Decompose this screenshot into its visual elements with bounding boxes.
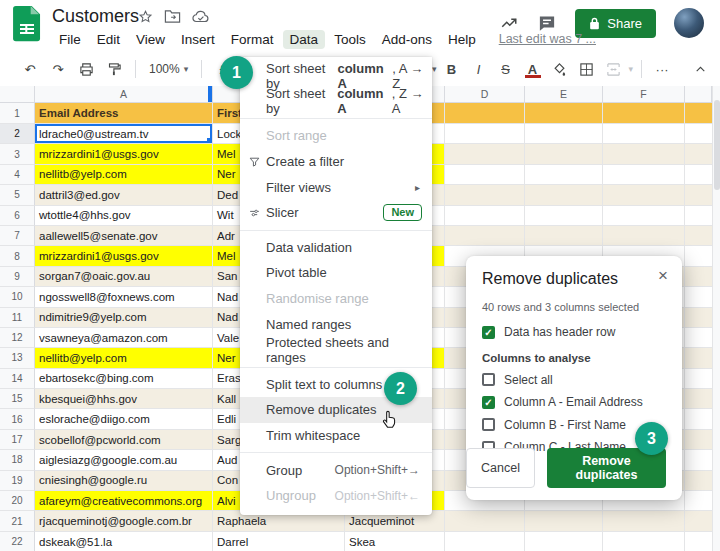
row-number[interactable]: 2 [0,124,35,144]
menu-insert[interactable]: Insert [174,30,222,49]
menu-item-group[interactable]: GroupOption+Shift+→ [240,457,432,483]
row-number[interactable]: 14 [0,369,35,389]
cell[interactable] [685,124,712,144]
cell[interactable] [445,124,525,144]
cell[interactable] [603,511,685,531]
chevron-down-icon[interactable]: ▾ [432,64,437,74]
cell[interactable] [603,103,685,124]
paint-format-button[interactable] [102,57,126,81]
bold-button[interactable]: B [440,57,464,81]
menu-item-pivot-table[interactable]: Pivot table [240,260,432,286]
cell-email[interactable]: aiglesiazg@google.com.au [35,450,213,470]
cell[interactable] [603,144,685,164]
document-title[interactable]: Customers [52,6,139,27]
cell[interactable] [525,144,603,164]
option-column-a-email-address[interactable]: ✓Column A - Email Address [482,395,666,409]
cell-first-name[interactable]: Darrel [213,532,345,551]
cell[interactable] [603,124,685,144]
merge-cells-button[interactable] [602,57,626,81]
cell-email[interactable]: afareym@creativecommons.org [35,491,213,511]
cell[interactable] [685,450,712,470]
cell-last-name[interactable]: Skea [345,532,445,551]
row-number[interactable]: 15 [0,389,35,409]
cell-email[interactable]: ldrache0@ustream.tv [35,124,213,144]
column-header-F[interactable]: F [603,86,685,103]
checkbox-unchecked-icon[interactable] [482,373,495,386]
zoom-select[interactable]: 100% ▾ [145,62,192,76]
checkbox-unchecked-icon[interactable] [482,418,495,431]
cell[interactable] [685,409,712,429]
cell[interactable] [525,165,603,185]
header-cell-email[interactable]: Email Address [35,103,213,124]
cell-email[interactable]: cniesingh@google.ru [35,471,213,491]
cell[interactable] [525,103,603,124]
undo-button[interactable]: ↶ [18,57,42,81]
cell[interactable] [685,144,712,164]
cell[interactable] [525,532,603,551]
menu-addons[interactable]: Add-ons [375,30,439,49]
row-number[interactable]: 4 [0,165,35,185]
cell-email[interactable]: nellitb@yelp.com [35,348,213,368]
menu-item-protected-sheets-and-ranges[interactable]: Protected sheets and ranges [240,337,432,363]
cell[interactable] [603,532,685,551]
cell-email[interactable]: ngosswell8@foxnews.com [35,287,213,307]
cell-email[interactable]: ebartosekc@bing.com [35,369,213,389]
cell[interactable] [445,206,525,226]
cell-email[interactable]: kbesquei@hhs.gov [35,389,213,409]
checkbox-checked-icon[interactable]: ✓ [482,396,495,409]
menu-item-filter-views[interactable]: Filter views▸ [240,174,432,200]
cell[interactable] [445,185,525,205]
row-number[interactable]: 8 [0,246,35,266]
cell[interactable] [685,532,712,551]
cell[interactable] [685,308,712,328]
last-edit-link[interactable]: Last edit was 7 ... [499,32,596,46]
redo-button[interactable]: ↷ [46,57,70,81]
column-header-partial[interactable] [685,86,712,103]
cell[interactable] [685,103,712,124]
cell[interactable] [685,369,712,389]
cell[interactable] [685,471,712,491]
menu-tools[interactable]: Tools [327,30,373,49]
vertical-scrollbar[interactable] [712,86,720,551]
cell-email[interactable]: vsawneya@amazon.com [35,328,213,348]
cell[interactable] [445,144,525,164]
row-number[interactable]: 18 [0,450,35,470]
row-number[interactable]: 11 [0,308,35,328]
cell-email[interactable]: dattril3@ed.gov [35,185,213,205]
menu-item-create-a-filter[interactable]: Create a filter [240,149,432,175]
cell[interactable] [685,287,712,307]
menu-view[interactable]: View [129,30,172,49]
cell[interactable] [685,165,712,185]
menu-item-data-validation[interactable]: Data validation [240,235,432,261]
menu-file[interactable]: File [52,30,88,49]
print-button[interactable] [74,57,98,81]
cell[interactable] [525,206,603,226]
borders-button[interactable] [575,57,599,81]
row-number[interactable]: 10 [0,287,35,307]
row-number[interactable]: 5 [0,185,35,205]
column-header-D[interactable]: D [445,86,525,103]
sheets-logo-icon[interactable] [13,6,41,44]
cell-email[interactable]: mrizzardini1@usgs.gov [35,246,213,266]
menu-data[interactable]: Data [283,30,326,49]
cell[interactable] [445,226,525,246]
row-number[interactable]: 6 [0,206,35,226]
cell[interactable] [685,328,712,348]
checkbox-checked-icon[interactable]: ✓ [482,326,495,339]
menu-item-trim-whitespace[interactable]: Trim whitespace [240,423,432,449]
row-number[interactable]: 16 [0,409,35,429]
cell-email[interactable]: eslorache@diigo.com [35,409,213,429]
cell[interactable] [445,103,525,124]
cell[interactable] [685,491,712,511]
menu-item-sort-sheet-by-column-a[interactable]: Sort sheet by column A, Z → A [240,89,432,115]
menu-item-slicer[interactable]: SlicerNew [240,200,432,226]
cell[interactable] [603,226,685,246]
cell[interactable] [525,511,603,531]
cell[interactable] [445,511,525,531]
row-number[interactable]: 3 [0,144,35,164]
cell-email[interactable]: ndimitrie9@yelp.com [35,308,213,328]
row-number[interactable]: 12 [0,328,35,348]
more-toolbar-button[interactable]: ··· [650,57,674,81]
cancel-button[interactable]: Cancel [466,448,535,488]
cell[interactable] [603,165,685,185]
